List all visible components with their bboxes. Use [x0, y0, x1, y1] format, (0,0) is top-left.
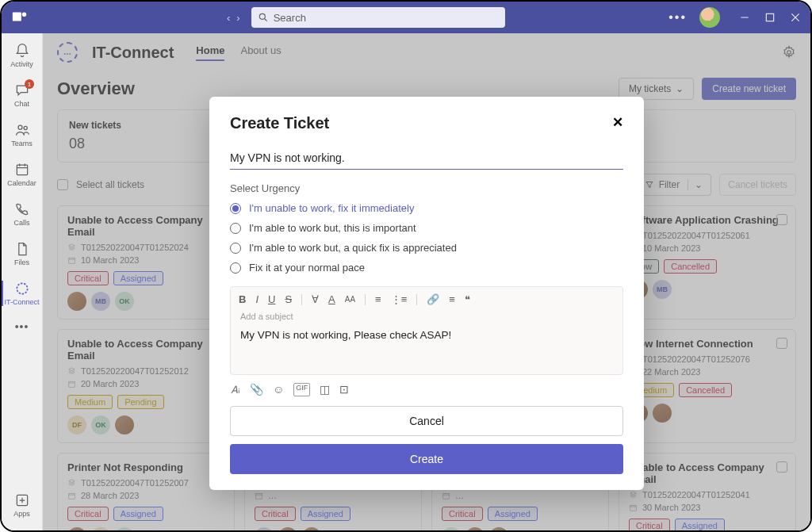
main-content: IT-Connect Home About us Overview My tic… — [43, 33, 810, 530]
svg-point-9 — [24, 126, 27, 129]
underline-icon[interactable]: U — [268, 293, 275, 305]
svg-line-3 — [264, 19, 266, 21]
modal-create-button[interactable]: Create — [230, 444, 623, 474]
rail-calendar[interactable]: Calendar — [2, 160, 42, 189]
search-placeholder: Search — [274, 12, 306, 24]
maximize-icon[interactable] — [764, 12, 776, 23]
editor-body[interactable]: My VPN is not working, Please check ASAP… — [231, 326, 622, 374]
rail-activity[interactable]: Activity — [2, 41, 42, 70]
svg-rect-0 — [13, 13, 21, 21]
rail-files[interactable]: Files — [2, 239, 42, 268]
rail-label: IT-Connect — [4, 298, 39, 306]
rail-label: Chat — [14, 100, 29, 108]
bullet-list-icon[interactable]: ≡ — [375, 293, 381, 305]
bold-icon[interactable]: B — [239, 293, 246, 305]
urgency-radio[interactable]: Fix it at your normal pace — [230, 262, 623, 274]
svg-point-14 — [17, 283, 27, 293]
italic-icon[interactable]: I — [255, 293, 259, 305]
rail-more[interactable]: ••• — [2, 319, 42, 335]
urgency-radio[interactable]: I'm able to work but, a quick fix is app… — [230, 242, 623, 254]
modal-title: Create Ticket — [230, 114, 329, 132]
svg-point-2 — [259, 13, 265, 19]
radio-dot-icon — [230, 262, 241, 274]
search-icon — [258, 12, 269, 23]
modal-close-icon[interactable]: ✕ — [612, 114, 623, 131]
rich-text-editor: B I U S ∀ A АА ≡ ⋮≡ 🔗 ≡ ❝ — [230, 286, 623, 375]
radio-label: I'm able to work but, this is important — [249, 222, 416, 234]
sticker-icon[interactable]: ◫ — [320, 383, 330, 396]
svg-rect-5 — [766, 13, 773, 21]
rail-label: Calls — [13, 219, 29, 227]
font-size-icon[interactable]: АА — [345, 295, 355, 304]
modal-cancel-button[interactable]: Cancel — [230, 406, 623, 436]
rail-itconnect[interactable]: IT-Connect — [2, 279, 42, 308]
chat-badge: 1 — [25, 79, 34, 89]
rail-label: Apps — [13, 510, 30, 518]
ticket-title-input[interactable] — [230, 147, 623, 170]
modal-scrim[interactable]: Create Ticket ✕ Select Urgency I'm unabl… — [43, 33, 810, 530]
close-icon[interactable] — [790, 12, 801, 23]
app-rail: Activity 1Chat Teams Calendar Calls File… — [2, 33, 43, 530]
svg-rect-10 — [17, 165, 27, 175]
font-color-icon[interactable]: A — [328, 293, 335, 305]
global-search-input[interactable]: Search — [251, 7, 505, 28]
nav-back-icon[interactable]: ‹ — [227, 12, 230, 24]
rail-chat[interactable]: 1Chat — [2, 81, 42, 109]
code-icon[interactable]: ≡ — [449, 293, 455, 305]
strike-icon[interactable]: S — [285, 293, 292, 305]
rail-calls[interactable]: Calls — [2, 200, 42, 228]
radio-dot-icon — [230, 203, 241, 214]
emoji-icon[interactable]: ☺ — [273, 383, 284, 396]
minimize-icon[interactable] — [739, 12, 750, 23]
user-avatar[interactable] — [699, 7, 720, 28]
highlight-icon[interactable]: ∀ — [312, 293, 319, 305]
rail-apps[interactable]: Apps — [2, 491, 42, 519]
rail-teams[interactable]: Teams — [2, 121, 42, 149]
titlebar: ‹ › Search ••• — [2, 2, 810, 33]
more-compose-icon[interactable]: ⊡ — [339, 383, 349, 396]
svg-point-8 — [18, 125, 22, 129]
urgency-label: Select Urgency — [230, 182, 623, 194]
gif-icon[interactable]: GIF — [293, 383, 310, 396]
rail-label: Activity — [10, 60, 33, 68]
urgency-radio[interactable]: I'm able to work but, this is important — [230, 222, 623, 234]
subject-placeholder[interactable]: Add a subject — [231, 312, 622, 326]
radio-dot-icon — [230, 223, 241, 234]
quote-icon[interactable]: ❝ — [465, 293, 470, 305]
radio-dot-icon — [230, 243, 241, 254]
rail-label: Files — [14, 258, 29, 266]
format-icon[interactable]: 𝘈ᵢ — [232, 383, 240, 396]
radio-label: Fix it at your normal pace — [249, 262, 365, 274]
rail-label: Calendar — [7, 179, 36, 187]
link-icon[interactable]: 🔗 — [427, 293, 439, 305]
svg-point-1 — [22, 13, 27, 17]
teams-app-icon — [11, 9, 29, 26]
rail-label: Teams — [11, 140, 33, 147]
radio-label: I'm unable to work, fix it immediately — [249, 202, 414, 214]
create-ticket-modal: Create Ticket ✕ Select Urgency I'm unabl… — [209, 97, 644, 490]
attach-icon[interactable]: 📎 — [250, 383, 263, 396]
nav-forward-icon[interactable]: › — [236, 12, 239, 24]
radio-label: I'm able to work but, a quick fix is app… — [249, 242, 457, 254]
more-icon[interactable]: ••• — [668, 10, 687, 25]
urgency-radio[interactable]: I'm unable to work, fix it immediately — [230, 202, 623, 214]
number-list-icon[interactable]: ⋮≡ — [391, 293, 408, 305]
